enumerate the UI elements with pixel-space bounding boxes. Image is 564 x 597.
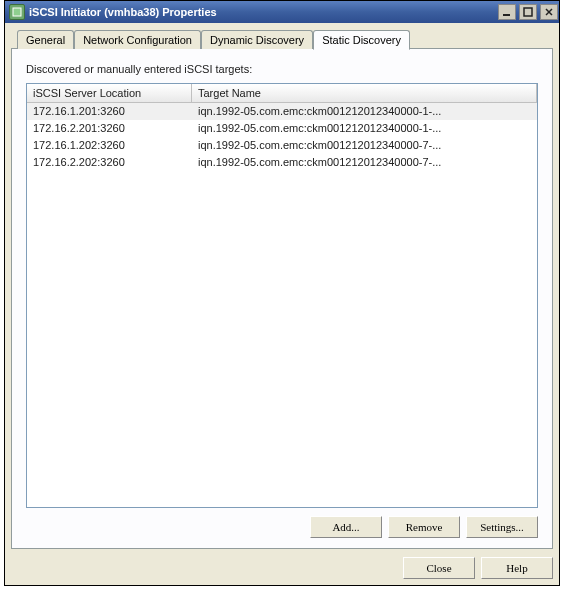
panel-description: Discovered or manually entered iSCSI tar… <box>26 63 538 75</box>
tab-panel-static-discovery: Discovered or manually entered iSCSI tar… <box>11 48 553 549</box>
settings-button[interactable]: Settings... <box>466 516 538 538</box>
help-button[interactable]: Help <box>481 557 553 579</box>
maximize-button[interactable] <box>519 4 537 20</box>
cell-location: 172.16.1.202:3260 <box>27 137 192 154</box>
add-button[interactable]: Add... <box>310 516 382 538</box>
tab-dynamic-discovery[interactable]: Dynamic Discovery <box>201 30 313 49</box>
minimize-icon <box>502 7 512 17</box>
dialog-body: General Network Configuration Dynamic Di… <box>5 23 559 585</box>
cell-location: 172.16.2.202:3260 <box>27 154 192 171</box>
dialog-window: iSCSI Initiator (vmhba38) Properties Gen… <box>4 0 560 586</box>
listview-header: iSCSI Server Location Target Name <box>27 84 537 103</box>
maximize-icon <box>523 7 533 17</box>
table-row[interactable]: 172.16.1.201:3260 iqn.1992-05.com.emc:ck… <box>27 103 537 120</box>
titlebar-title: iSCSI Initiator (vmhba38) Properties <box>29 6 496 18</box>
column-header-location[interactable]: iSCSI Server Location <box>27 84 192 102</box>
cell-target-name: iqn.1992-05.com.emc:ckm001212012340000-7… <box>192 154 537 171</box>
tab-general[interactable]: General <box>17 30 74 49</box>
panel-button-row: Add... Remove Settings... <box>26 516 538 538</box>
column-header-target-name[interactable]: Target Name <box>192 84 537 102</box>
table-row[interactable]: 172.16.1.202:3260 iqn.1992-05.com.emc:ck… <box>27 137 537 154</box>
minimize-button[interactable] <box>498 4 516 20</box>
table-row[interactable]: 172.16.2.202:3260 iqn.1992-05.com.emc:ck… <box>27 154 537 171</box>
svg-rect-2 <box>524 8 532 16</box>
tab-strip: General Network Configuration Dynamic Di… <box>11 30 553 49</box>
remove-button[interactable]: Remove <box>388 516 460 538</box>
cell-location: 172.16.2.201:3260 <box>27 120 192 137</box>
close-icon <box>544 7 554 17</box>
titlebar: iSCSI Initiator (vmhba38) Properties <box>5 1 559 23</box>
cell-location: 172.16.1.201:3260 <box>27 103 192 120</box>
cell-target-name: iqn.1992-05.com.emc:ckm001212012340000-1… <box>192 103 537 120</box>
listview-body: 172.16.1.201:3260 iqn.1992-05.com.emc:ck… <box>27 103 537 507</box>
targets-listview[interactable]: iSCSI Server Location Target Name 172.16… <box>26 83 538 508</box>
svg-rect-1 <box>503 14 510 16</box>
svg-rect-0 <box>13 8 21 16</box>
close-dialog-button[interactable]: Close <box>403 557 475 579</box>
table-row[interactable]: 172.16.2.201:3260 iqn.1992-05.com.emc:ck… <box>27 120 537 137</box>
close-button[interactable] <box>540 4 558 20</box>
cell-target-name: iqn.1992-05.com.emc:ckm001212012340000-7… <box>192 137 537 154</box>
app-icon <box>9 4 25 20</box>
dialog-footer: Close Help <box>11 557 553 579</box>
cell-target-name: iqn.1992-05.com.emc:ckm001212012340000-1… <box>192 120 537 137</box>
window-controls <box>496 4 559 20</box>
tab-network-configuration[interactable]: Network Configuration <box>74 30 201 49</box>
tab-static-discovery[interactable]: Static Discovery <box>313 30 410 50</box>
